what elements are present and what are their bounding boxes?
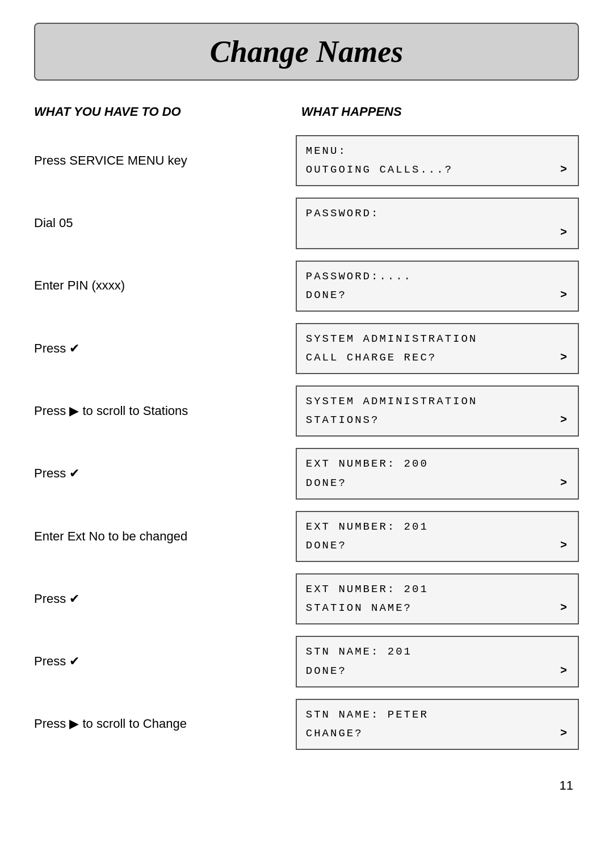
lcd-text: DONE? <box>306 536 347 555</box>
page-title-box: Change Names <box>34 23 579 81</box>
lcd-line: > <box>306 223 569 242</box>
lcd-text: OUTGOING CALLS...? <box>306 161 453 179</box>
lcd-box: PASSWORD:> <box>296 198 579 249</box>
lcd-text: DONE? <box>306 662 347 680</box>
lcd-line: SYSTEM ADMINISTRATION <box>306 392 569 410</box>
lcd-arrow-icon: > <box>560 410 569 430</box>
page-number: 11 <box>34 778 579 793</box>
lcd-text: PASSWORD:.... <box>306 267 412 286</box>
lcd-text: EXT NUMBER: 200 <box>306 455 429 473</box>
lcd-arrow-icon: > <box>560 598 569 618</box>
lcd-line: STN NAME: 201 <box>306 643 569 661</box>
lcd-line: EXT NUMBER: 201 <box>306 580 569 598</box>
lcd-text: EXT NUMBER: 201 <box>306 518 429 536</box>
lcd-line: DONE?> <box>306 473 569 493</box>
lcd-display-cell: SYSTEM ADMINISTRATIONCALL CHARGE REC?> <box>296 317 579 380</box>
lcd-box: STN NAME: 201DONE?> <box>296 636 579 687</box>
lcd-text: DONE? <box>306 286 347 304</box>
lcd-box: STN NAME: PETERCHANGE?> <box>296 699 579 750</box>
lcd-line: EXT NUMBER: 201 <box>306 518 569 536</box>
lcd-arrow-icon: > <box>560 286 569 305</box>
lcd-arrow-icon: > <box>560 724 569 743</box>
lcd-line: EXT NUMBER: 200 <box>306 455 569 473</box>
lcd-text: CHANGE? <box>306 724 363 743</box>
lcd-text: SYSTEM ADMINISTRATION <box>306 330 477 348</box>
main-content-table: WHAT YOU HAVE TO DO WHAT HAPPENS Press S… <box>34 101 579 756</box>
lcd-arrow-icon: > <box>560 348 569 367</box>
instruction-cell: Press ▶ to scroll to Stations <box>34 380 296 442</box>
lcd-line: SYSTEM ADMINISTRATION <box>306 330 569 348</box>
instruction-cell: Press SERVICE MENU key <box>34 129 296 192</box>
lcd-display-cell: EXT NUMBER: 201DONE?> <box>296 505 579 568</box>
lcd-text: SYSTEM ADMINISTRATION <box>306 392 477 410</box>
lcd-line: CHANGE?> <box>306 724 569 743</box>
instruction-cell: Press ✔ <box>34 442 296 505</box>
lcd-line: STATION NAME?> <box>306 598 569 618</box>
lcd-text: DONE? <box>306 474 347 492</box>
lcd-display-cell: EXT NUMBER: 201STATION NAME?> <box>296 568 579 630</box>
table-row: Press ✔EXT NUMBER: 201STATION NAME?> <box>34 568 579 630</box>
lcd-line: PASSWORD: <box>306 204 569 223</box>
lcd-display-cell: STN NAME: PETERCHANGE?> <box>296 693 579 756</box>
lcd-display-cell: STN NAME: 201DONE?> <box>296 630 579 693</box>
lcd-line: CALL CHARGE REC?> <box>306 348 569 367</box>
lcd-box: EXT NUMBER: 201DONE?> <box>296 511 579 562</box>
lcd-text: CALL CHARGE REC? <box>306 349 436 367</box>
table-row: Press SERVICE MENU keyMENU:OUTGOING CALL… <box>34 129 579 192</box>
lcd-line: DONE?> <box>306 536 569 555</box>
instruction-cell: Press ▶ to scroll to Change <box>34 693 296 756</box>
right-column-header: WHAT HAPPENS <box>296 101 579 129</box>
lcd-line: DONE?> <box>306 286 569 305</box>
lcd-display-cell: SYSTEM ADMINISTRATIONSTATIONS?> <box>296 380 579 442</box>
lcd-arrow-icon: > <box>560 661 569 681</box>
lcd-box: EXT NUMBER: 200DONE?> <box>296 448 579 499</box>
table-row: Press ✔STN NAME: 201DONE?> <box>34 630 579 693</box>
table-row: Press ▶ to scroll to ChangeSTN NAME: PET… <box>34 693 579 756</box>
instruction-cell: Dial 05 <box>34 192 296 254</box>
table-row: Press ✔EXT NUMBER: 200DONE?> <box>34 442 579 505</box>
lcd-arrow-icon: > <box>560 473 569 493</box>
lcd-box: SYSTEM ADMINISTRATIONSTATIONS?> <box>296 385 579 437</box>
instruction-cell: Press ✔ <box>34 568 296 630</box>
lcd-display-cell: EXT NUMBER: 200DONE?> <box>296 442 579 505</box>
lcd-text: STATIONS? <box>306 411 380 429</box>
table-row: Enter PIN (xxxx)PASSWORD:....DONE?> <box>34 255 579 317</box>
lcd-line: MENU: <box>306 142 569 160</box>
lcd-text: STN NAME: PETER <box>306 706 429 724</box>
lcd-text: STATION NAME? <box>306 599 412 617</box>
left-column-header: WHAT YOU HAVE TO DO <box>34 101 296 129</box>
lcd-arrow-icon: > <box>560 160 569 179</box>
instruction-cell: Enter Ext No to be changed <box>34 505 296 568</box>
lcd-arrow-icon: > <box>560 223 569 242</box>
lcd-text: EXT NUMBER: 201 <box>306 580 429 598</box>
lcd-display-cell: PASSWORD:....DONE?> <box>296 255 579 317</box>
lcd-box: PASSWORD:....DONE?> <box>296 261 579 312</box>
lcd-box: SYSTEM ADMINISTRATIONCALL CHARGE REC?> <box>296 323 579 374</box>
lcd-display-cell: MENU:OUTGOING CALLS...?> <box>296 129 579 192</box>
lcd-line: STATIONS?> <box>306 410 569 430</box>
lcd-text: MENU: <box>306 142 347 160</box>
instruction-cell: Press ✔ <box>34 630 296 693</box>
table-row: Enter Ext No to be changedEXT NUMBER: 20… <box>34 505 579 568</box>
lcd-line: PASSWORD:.... <box>306 267 569 286</box>
instruction-cell: Enter PIN (xxxx) <box>34 255 296 317</box>
instruction-cell: Press ✔ <box>34 317 296 380</box>
lcd-box: EXT NUMBER: 201STATION NAME?> <box>296 573 579 624</box>
lcd-display-cell: PASSWORD:> <box>296 192 579 254</box>
lcd-arrow-icon: > <box>560 536 569 555</box>
page-title: Change Names <box>47 34 566 69</box>
lcd-box: MENU:OUTGOING CALLS...?> <box>296 135 579 186</box>
lcd-line: STN NAME: PETER <box>306 706 569 724</box>
table-row: Press ▶ to scroll to StationsSYSTEM ADMI… <box>34 380 579 442</box>
lcd-text: STN NAME: 201 <box>306 643 412 661</box>
table-row: Dial 05PASSWORD:> <box>34 192 579 254</box>
lcd-line: DONE?> <box>306 661 569 681</box>
lcd-text: PASSWORD: <box>306 204 380 223</box>
table-row: Press ✔SYSTEM ADMINISTRATIONCALL CHARGE … <box>34 317 579 380</box>
lcd-line: OUTGOING CALLS...?> <box>306 160 569 179</box>
